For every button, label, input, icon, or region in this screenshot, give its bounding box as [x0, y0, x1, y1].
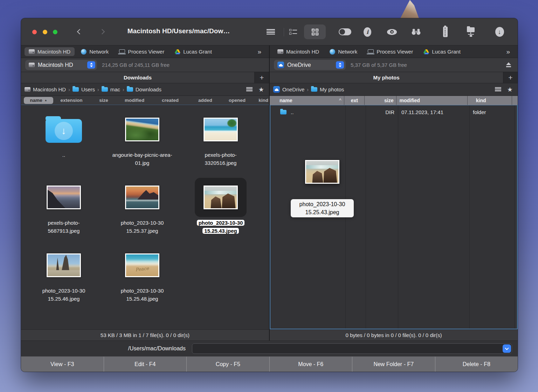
- breadcrumb-onedrive[interactable]: OneDrive: [273, 86, 304, 93]
- list-view-button[interactable]: [288, 18, 298, 46]
- breadcrumb-users[interactable]: Users: [73, 86, 95, 92]
- right-new-tab-button[interactable]: +: [503, 72, 518, 83]
- titlebar: Macintosh HD/Users/mac/Dow… i: [21, 18, 518, 46]
- breadcrumb-mac[interactable]: mac: [102, 86, 120, 92]
- drive-stepper-icon[interactable]: [336, 61, 344, 69]
- file-item-selected[interactable]: photo_2023-10-30 15.25.43.jpeg: [181, 178, 260, 246]
- file-item[interactable]: photo_2023-10-30 15.25.46.jpeg: [25, 246, 103, 314]
- delete-f8-button[interactable]: Delete - F8: [435, 357, 518, 372]
- archive-button[interactable]: [440, 18, 450, 46]
- path-history-dropdown-button[interactable]: [503, 344, 511, 353]
- onedrive-icon: [273, 86, 280, 93]
- breadcrumb-macintosh-hd[interactable]: Macintosh HD: [25, 86, 66, 92]
- file-thumbnail: [125, 118, 159, 141]
- move-f6-button[interactable]: Move - F6: [270, 357, 353, 372]
- file-item[interactable]: photo_2023-10-30 15.25.37.jpeg: [103, 178, 181, 246]
- tab-macintosh-hd[interactable]: Macintosh HD: [25, 47, 75, 56]
- thumb-layer: [126, 127, 158, 140]
- left-drive-selector[interactable]: Macintosh HD: [25, 60, 97, 70]
- column-extension[interactable]: extension: [53, 98, 90, 103]
- thumb-layer: [225, 119, 237, 129]
- view-options-icon[interactable]: [246, 87, 253, 92]
- grid-view-button[interactable]: [304, 24, 326, 39]
- binoculars-icon: [411, 29, 421, 35]
- breadcrumb-downloads[interactable]: Downloads: [127, 86, 161, 92]
- column-size[interactable]: size: [90, 98, 118, 103]
- forward-button[interactable]: [99, 29, 105, 35]
- info-button[interactable]: i: [362, 18, 373, 46]
- hard-drive-icon: [29, 63, 35, 67]
- command-line-input[interactable]: [192, 343, 512, 354]
- file-item-parent[interactable]: ↓ ..: [25, 110, 103, 178]
- left-new-tab-button[interactable]: +: [254, 72, 269, 83]
- table-row-parent-folder[interactable]: .. DIR 07.11.2023, 17:41 folder: [270, 105, 517, 119]
- tab-process-viewer[interactable]: Process Viewer: [364, 47, 417, 56]
- breadcrumb-my-photos[interactable]: My photos: [311, 86, 344, 92]
- new-folder-f7-button[interactable]: New Folder - F7: [352, 357, 435, 372]
- column-modified[interactable]: modified: [118, 98, 151, 103]
- column-grid-line: [398, 105, 398, 329]
- right-folder-tabs: My photos +: [270, 72, 518, 83]
- right-folder-tab[interactable]: My photos: [270, 72, 503, 83]
- back-button[interactable]: [77, 29, 83, 35]
- zoom-window-button[interactable]: [53, 30, 57, 34]
- search-button[interactable]: [409, 18, 423, 46]
- file-item[interactable]: angourie-bay-picnic-area-01.jpg: [103, 110, 181, 178]
- list-view-icon: [289, 29, 297, 35]
- left-column-headers: name▲ extension size modified created ad…: [21, 96, 269, 105]
- column-name[interactable]: name^: [270, 96, 344, 105]
- download-button[interactable]: ↓: [493, 18, 506, 46]
- path-bar: /Users/mac/Downloads: [21, 341, 518, 356]
- tab-macintosh-hd[interactable]: Macintosh HD: [273, 47, 323, 56]
- dual-panes: Macintosh HD Network Process Viewer Luca…: [21, 46, 518, 341]
- left-folder-tab[interactable]: Downloads: [21, 72, 254, 83]
- column-kind[interactable]: kind: [253, 98, 269, 103]
- more-tabs-button[interactable]: »: [506, 48, 514, 56]
- favorites-star-icon[interactable]: ★: [258, 86, 264, 93]
- tab-lucas-grant[interactable]: Lucas Grant: [419, 47, 465, 56]
- file-item[interactable]: pexels-photo-3320516.jpeg: [181, 110, 260, 178]
- network-share-button[interactable]: [464, 18, 478, 46]
- column-name[interactable]: name▲: [24, 97, 53, 104]
- preview-button[interactable]: [386, 18, 398, 46]
- file-manager-window: Macintosh HD/Users/mac/Dow… i: [21, 18, 518, 372]
- file-item[interactable]: pexels-photo-5687913.jpeg: [25, 178, 103, 246]
- more-tabs-button[interactable]: »: [257, 48, 265, 56]
- eject-icon[interactable]: [506, 62, 511, 68]
- tab-process-viewer[interactable]: Process Viewer: [115, 47, 168, 56]
- column-created[interactable]: created: [151, 98, 189, 103]
- tab-network[interactable]: Network: [325, 47, 361, 56]
- close-window-button[interactable]: [32, 30, 37, 34]
- right-breadcrumb: OneDrive › My photos ★: [270, 83, 518, 96]
- column-modified[interactable]: modified: [396, 96, 467, 105]
- tab-lucas-grant[interactable]: Lucas Grant: [171, 47, 216, 56]
- column-ext[interactable]: ext: [344, 96, 364, 105]
- column-grid-line: [514, 105, 515, 329]
- drive-stepper-icon[interactable]: [87, 61, 95, 69]
- dragged-file[interactable]: photo_2023-10-30 15.25.43.jpeg: [291, 160, 354, 217]
- left-free-space: 214,25 GB of 245,11 GB free: [102, 62, 265, 68]
- file-item[interactable]: Peace photo_2023-10-30 15.25.48.jpeg: [103, 246, 181, 314]
- column-added[interactable]: added: [189, 98, 221, 103]
- breadcrumb-separator: ›: [123, 87, 124, 92]
- network-folder-icon: [466, 27, 475, 36]
- toggle-panels-button[interactable]: [338, 18, 352, 46]
- column-size[interactable]: size: [364, 96, 396, 105]
- copy-f5-button[interactable]: Copy - F5: [187, 357, 270, 372]
- favorites-star-icon[interactable]: ★: [507, 86, 513, 93]
- column-opened[interactable]: opened: [221, 98, 253, 103]
- globe-icon: [330, 49, 335, 55]
- edit-f4-button[interactable]: Edit - F4: [104, 357, 187, 372]
- view-f3-button[interactable]: View - F3: [21, 357, 104, 372]
- column-kind[interactable]: kind: [467, 96, 512, 105]
- menu-icon[interactable]: [266, 18, 275, 46]
- download-arrow-icon: ↓: [55, 122, 73, 140]
- minimize-window-button[interactable]: [43, 30, 47, 34]
- tab-network[interactable]: Network: [77, 47, 113, 56]
- menu-lines-icon: [267, 29, 275, 35]
- right-file-table: .. DIR 07.11.2023, 17:41 folder photo_20…: [270, 105, 518, 329]
- file-thumbnail: [305, 160, 339, 184]
- view-options-icon[interactable]: [495, 87, 501, 92]
- right-drive-selector[interactable]: OneDrive: [274, 60, 346, 70]
- file-thumbnail: [125, 186, 159, 209]
